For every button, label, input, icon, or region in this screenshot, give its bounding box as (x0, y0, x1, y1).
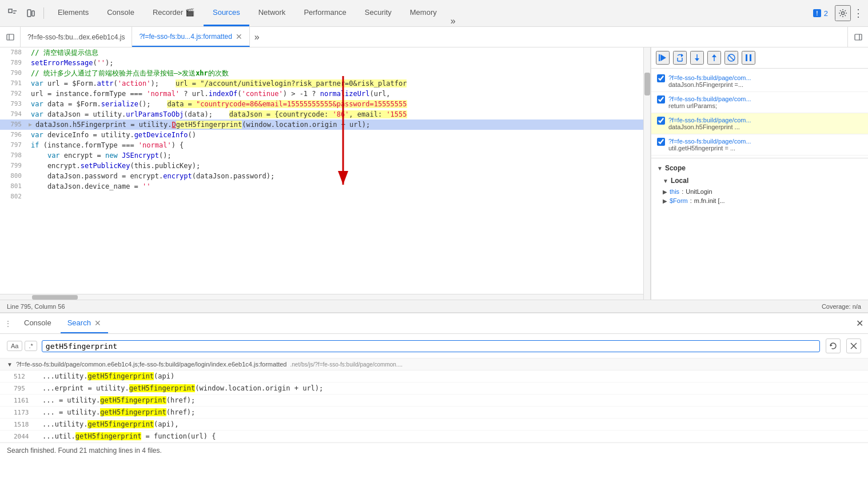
bottom-tabs-bar: ⋮ Console Search ✕ ✕ (0, 313, 868, 334)
device-toggle-btn[interactable] (23, 5, 39, 21)
svg-marker-28 (830, 344, 833, 346)
tab-security[interactable]: Security (356, 0, 401, 26)
svg-rect-3 (27, 10, 31, 17)
svg-rect-0 (9, 9, 12, 13)
code-line-793: 793 var data = $Form.serialize(); data =… (0, 99, 650, 109)
code-line-790: 790 // 统计多少人通过了前端校验并点击登录按钮—>发送xhr的次数 (0, 68, 650, 78)
code-line-799: 799 encrypt.setPublicKey(this.publicKey)… (0, 161, 650, 171)
file-tabs-more-btn[interactable]: » (250, 32, 264, 42)
step-over-btn[interactable] (673, 51, 687, 65)
right-panel: ?f=fe-sso-fs:build/page/com... dataJson.… (651, 47, 868, 300)
code-line-801: 801 dataJson.device_name = '' (0, 181, 650, 192)
top-toolbar: Elements Console Recorder 🎬 Sources Netw… (0, 0, 868, 27)
tab-sources[interactable]: Sources (204, 0, 249, 26)
search-input[interactable] (46, 342, 816, 350)
current-line-arrow: ▶ (29, 119, 32, 130)
regex-btn[interactable]: .* (25, 341, 37, 351)
code-horizontal-scrollbar[interactable] (0, 294, 643, 300)
svg-line-25 (728, 55, 734, 61)
debug-controls (651, 47, 868, 69)
main-tab-nav: Elements Console Recorder 🎬 Sources Netw… (49, 0, 460, 26)
result-row-1161[interactable]: 1161 ... = utility.getH5fingerprint(href… (0, 395, 868, 407)
tab-performance[interactable]: Performance (294, 0, 355, 26)
step-out-btn[interactable] (707, 51, 721, 65)
svg-rect-27 (750, 54, 751, 61)
code-scrollbar-thumb[interactable] (644, 73, 650, 95)
tab-elements[interactable]: Elements (49, 0, 98, 26)
code-line-800: 800 dataJson.password = encrypt.encrypt(… (0, 171, 650, 181)
bp-item-1[interactable]: ?f=fe-sso-fs:build/page/com... dataJson.… (651, 71, 868, 92)
result-row-795[interactable]: 795 ...erprint = utility.getH5fingerprin… (0, 383, 868, 395)
deactivate-breakpoints-btn[interactable] (724, 51, 738, 65)
settings-btn[interactable] (835, 5, 851, 21)
coverage-status: Coverage: n/a (822, 303, 861, 310)
svg-marker-14 (660, 54, 666, 61)
code-area[interactable]: 788 // 清空错误提示信息 789 setErrorMessage('');… (0, 47, 650, 300)
tab-console[interactable]: Console (98, 0, 144, 26)
svg-marker-21 (695, 58, 699, 61)
file-tab-close-btn[interactable]: ✕ (236, 32, 242, 41)
svg-rect-10 (855, 34, 862, 40)
code-line-798: 798 var encrypt = new JSEncrypt(); (0, 150, 650, 161)
result-row-2044[interactable]: 2044 ...util.getH5fingerprint = function… (0, 431, 868, 443)
step-into-btn[interactable] (690, 51, 704, 65)
bp-checkbox-2[interactable] (657, 95, 665, 103)
search-options: Aa .* (7, 341, 37, 351)
svg-rect-8 (7, 34, 14, 40)
code-line-794: 794 var dataJson = utility.urlParamsToOb… (0, 109, 650, 119)
code-line-788: 788 // 清空错误提示信息 (0, 47, 650, 58)
refresh-search-btn[interactable] (826, 338, 841, 353)
bp-item-3[interactable]: ?f=fe-sso-fs:build/page/com... dataJson.… (651, 113, 868, 134)
tab-memory[interactable]: Memory (401, 0, 446, 26)
inspect-element-btn[interactable] (5, 5, 21, 21)
search-tab-close-btn[interactable]: ✕ (94, 318, 101, 328)
bottom-tab-console[interactable]: Console (17, 313, 58, 333)
issue-badge-btn[interactable]: ! 2 (808, 6, 833, 20)
search-bar: Aa .* (0, 334, 868, 358)
bp-checkbox-4[interactable] (657, 138, 665, 146)
more-options-btn[interactable]: ⋮ (853, 7, 863, 19)
clear-search-btn[interactable] (846, 338, 861, 353)
drag-handle[interactable]: ⋮ (5, 320, 11, 328)
tab-recorder[interactable]: Recorder 🎬 (144, 0, 204, 26)
svg-rect-15 (659, 54, 660, 61)
pause-on-exceptions-btn[interactable] (742, 51, 755, 65)
bp-checkbox-3[interactable] (657, 117, 665, 125)
group-expand-arrow: ▼ (7, 361, 13, 368)
svg-rect-4 (32, 11, 34, 16)
case-sensitive-btn[interactable]: Aa (7, 341, 22, 351)
bottom-panel-close-btn[interactable]: ✕ (856, 318, 863, 329)
bp-item-2[interactable]: ?f=fe-sso-fs:build/page/com... return ur… (651, 92, 868, 113)
scope-this[interactable]: ▶ this: UnitLogin (651, 187, 868, 196)
search-results[interactable]: ▼ ?f=fe-sso-fs:build/page/common.e6eb1c4… (0, 358, 868, 478)
svg-marker-23 (712, 54, 716, 57)
sidebar-toggle-btn[interactable] (0, 27, 21, 47)
file-tab-1[interactable]: ?f=fe-sso-fs:bu...dex.e6eb1c4.js (21, 27, 132, 47)
svg-point-7 (842, 12, 845, 15)
scope-section: ▼ Scope ▼ Local ▶ this: UnitLogin ▶ $For… (651, 158, 868, 209)
scope-header[interactable]: ▼ Scope (651, 162, 868, 174)
result-row-512[interactable]: 512 ...utility.getH5fingerprint(api) (0, 371, 868, 383)
code-line-797: 797 if (instance.formType === 'normal') … (0, 140, 650, 150)
local-scope-header[interactable]: ▼ Local (651, 174, 868, 187)
resume-btn[interactable] (656, 51, 670, 65)
bottom-tab-search[interactable]: Search ✕ (61, 313, 108, 333)
bp-item-4[interactable]: ?f=fe-sso-fs:build/page/com... util.getH… (651, 134, 868, 156)
code-vertical-scrollbar[interactable] (643, 47, 650, 300)
search-summary: Search finished. Found 21 matching lines… (0, 443, 868, 458)
result-row-1518[interactable]: 1518 ...utility.getH5fingerprint(api), (0, 419, 868, 431)
result-row-1173[interactable]: 1173 ... = utility.getH5fingerprint(href… (0, 407, 868, 419)
right-panel-toggle-btn[interactable] (847, 27, 868, 47)
svg-rect-26 (746, 54, 747, 61)
code-line-795: 795 ▶ dataJson.h5Fingerprint = utility.D… (0, 119, 650, 130)
this-expand-arrow: ▶ (663, 189, 667, 195)
file-tab-2[interactable]: ?f=fe-sso-fs:bu...4.js:formatted ✕ (132, 27, 249, 47)
scope-form[interactable]: ▶ $Form: m.fn.init [... (651, 196, 868, 205)
bp-checkbox-1[interactable] (657, 74, 665, 82)
svg-marker-16 (681, 54, 683, 57)
search-input-wrap (42, 340, 820, 352)
result-group-header[interactable]: ▼ ?f=fe-sso-fs:build/page/common.e6eb1c4… (0, 358, 868, 371)
more-tabs-btn[interactable]: » (446, 16, 460, 26)
code-hscrollbar-thumb[interactable] (32, 295, 78, 300)
tab-network[interactable]: Network (249, 0, 295, 26)
